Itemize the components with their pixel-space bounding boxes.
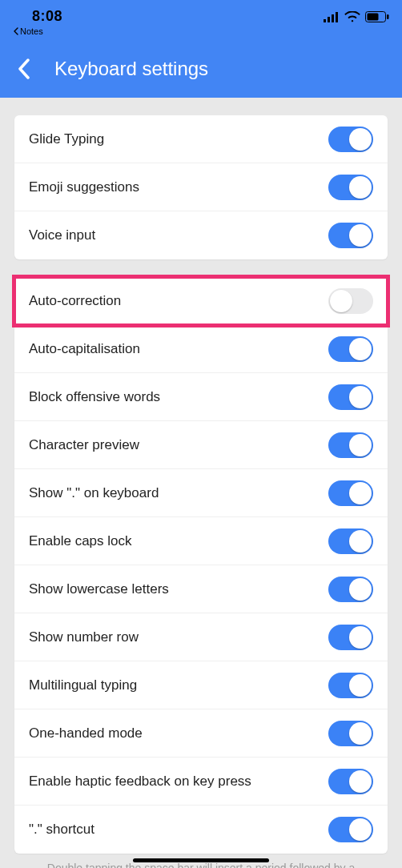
toggle-knob <box>349 818 372 841</box>
back-to-app-label: Notes <box>20 26 43 36</box>
svg-rect-2 <box>332 14 334 22</box>
footer-hint: Double tapping the space bar will insert… <box>22 862 380 868</box>
setting-label: Glide Typing <box>29 131 104 147</box>
setting-label: Character preview <box>29 437 139 453</box>
toggle-knob <box>349 224 372 247</box>
toggle-voice-input[interactable] <box>328 223 373 248</box>
setting-row-block-offensive-words[interactable]: Block offensive words <box>14 373 388 421</box>
setting-label: Emoji suggestions <box>29 179 139 195</box>
settings-group: Auto-correctionAuto-capitalisationBlock … <box>14 277 388 854</box>
setting-label: Multilingual typing <box>29 677 137 693</box>
toggle-emoji-suggestions[interactable] <box>328 175 373 200</box>
setting-label: "." shortcut <box>29 822 94 838</box>
toggle-knob <box>349 626 372 649</box>
setting-row-show-lowercase-letters[interactable]: Show lowercase letters <box>14 565 388 613</box>
toggle-knob <box>349 176 372 199</box>
svg-rect-0 <box>324 19 326 22</box>
toggle-character-preview[interactable] <box>328 432 373 458</box>
setting-row-character-preview[interactable]: Character preview <box>14 421 388 469</box>
settings-list[interactable]: Glide TypingEmoji suggestionsVoice input… <box>0 115 402 854</box>
cellular-icon <box>324 12 340 22</box>
setting-label: Show "." on keyboard <box>29 485 159 501</box>
setting-row-glide-typing[interactable]: Glide Typing <box>14 115 388 163</box>
setting-row-voice-input[interactable]: Voice input <box>14 211 388 259</box>
toggle-auto-capitalisation[interactable] <box>328 336 373 362</box>
setting-row-auto-capitalisation[interactable]: Auto-capitalisation <box>14 325 388 373</box>
toggle-show-period-on-keyboard[interactable] <box>328 480 373 506</box>
toggle-knob <box>349 128 372 151</box>
svg-rect-1 <box>328 17 330 22</box>
setting-label: Auto-correction <box>29 293 121 309</box>
toggle-knob <box>330 290 352 312</box>
toggle-enable-haptic-feedback[interactable] <box>328 769 373 794</box>
setting-label: Auto-capitalisation <box>29 341 140 357</box>
toggle-auto-correction[interactable] <box>328 288 373 314</box>
setting-row-one-handed-mode[interactable]: One-handed mode <box>14 709 388 757</box>
app-bar: Keyboard settings <box>0 45 402 98</box>
setting-label: One-handed mode <box>29 725 143 741</box>
setting-row-enable-caps-lock[interactable]: Enable caps lock <box>14 517 388 565</box>
toggle-knob <box>349 722 372 745</box>
setting-row-multilingual-typing[interactable]: Multilingual typing <box>14 661 388 709</box>
wifi-icon <box>344 11 360 22</box>
toggle-show-number-row[interactable] <box>328 625 373 650</box>
toggle-multilingual-typing[interactable] <box>328 673 373 698</box>
toggle-one-handed-mode[interactable] <box>328 721 373 746</box>
setting-label: Enable haptic feedback on key press <box>29 774 251 790</box>
status-icons <box>324 11 389 22</box>
svg-rect-6 <box>387 14 389 19</box>
battery-icon <box>365 11 389 22</box>
toggle-knob <box>349 674 372 697</box>
toggle-period-shortcut[interactable] <box>328 817 373 842</box>
toggle-block-offensive-words[interactable] <box>328 384 373 410</box>
status-bar: 8:08 Notes <box>0 0 402 45</box>
setting-row-emoji-suggestions[interactable]: Emoji suggestions <box>14 163 388 211</box>
setting-row-show-period-on-keyboard[interactable]: Show "." on keyboard <box>14 469 388 517</box>
back-button[interactable] <box>8 53 40 85</box>
setting-label: Voice input <box>29 227 95 243</box>
toggle-knob <box>349 434 372 456</box>
status-time: 8:08 <box>32 8 62 25</box>
setting-row-period-shortcut[interactable]: "." shortcut <box>14 806 388 854</box>
setting-label: Enable caps lock <box>29 533 132 549</box>
toggle-glide-typing[interactable] <box>328 127 373 152</box>
toggle-enable-caps-lock[interactable] <box>328 528 373 554</box>
toggle-knob <box>349 530 372 553</box>
svg-rect-3 <box>336 12 338 22</box>
toggle-knob <box>349 578 372 601</box>
chevron-left-icon <box>18 58 30 79</box>
setting-label: Show lowercase letters <box>29 581 169 597</box>
setting-label: Show number row <box>29 629 139 645</box>
setting-row-auto-correction[interactable]: Auto-correction <box>14 277 388 325</box>
toggle-knob <box>349 770 372 793</box>
home-indicator[interactable] <box>133 858 269 862</box>
toggle-show-lowercase-letters[interactable] <box>328 577 373 602</box>
toggle-knob <box>349 386 372 408</box>
page-title: Keyboard settings <box>54 58 208 80</box>
setting-label: Block offensive words <box>29 389 160 405</box>
settings-group: Glide TypingEmoji suggestionsVoice input <box>14 115 388 259</box>
setting-row-show-number-row[interactable]: Show number row <box>14 613 388 661</box>
svg-rect-5 <box>368 14 379 21</box>
toggle-knob <box>349 482 372 504</box>
toggle-knob <box>349 338 372 360</box>
back-to-app[interactable]: Notes <box>13 26 43 36</box>
setting-row-enable-haptic-feedback[interactable]: Enable haptic feedback on key press <box>14 757 388 806</box>
